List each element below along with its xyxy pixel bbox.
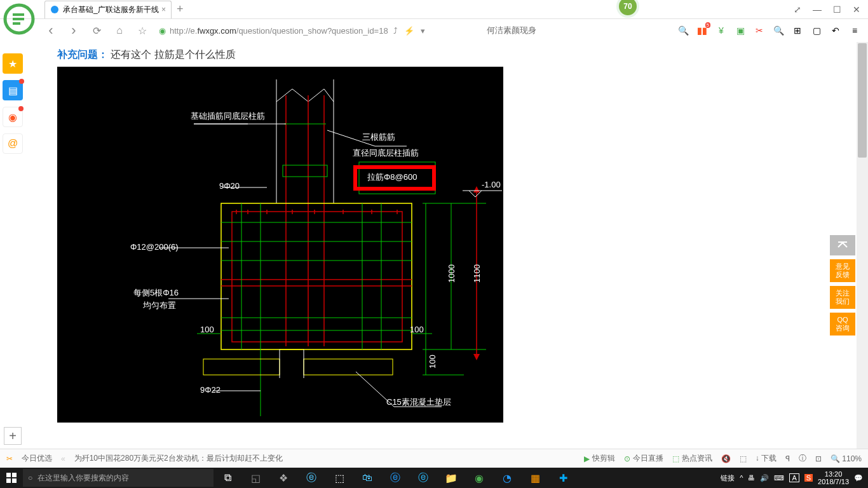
search-suggestion[interactable]: 何洁素颜现身	[487, 25, 536, 36]
svg-rect-36	[304, 359, 393, 375]
cad-label-3: 直径同底层柱插筋	[353, 148, 419, 158]
back-button[interactable]: ‹	[44, 24, 57, 37]
reload-button[interactable]: ⟳	[90, 24, 103, 37]
scrollbar-thumb[interactable]	[858, 43, 867, 158]
mute-icon[interactable]: 🔇	[721, 454, 731, 463]
window-minimize-icon[interactable]: —	[813, 4, 822, 15]
highlight-box	[353, 165, 436, 191]
tray-chevron-icon[interactable]: ^	[740, 474, 743, 482]
tray-date: 2018/7/13	[818, 478, 849, 485]
clip-icon[interactable]: ✂	[6, 454, 13, 463]
explorer-icon[interactable]: 📁	[437, 468, 465, 488]
taskbar-search[interactable]: ○ 在这里输入你要搜索的内容	[23, 469, 214, 487]
cad-label-5: 9Φ20	[219, 181, 240, 191]
cad-dim-1000: 1000	[447, 264, 456, 283]
tray-time: 13:20	[818, 470, 849, 478]
window-close-icon[interactable]: ✕	[853, 4, 860, 15]
window-pin-icon[interactable]: ⤢	[794, 4, 801, 15]
tray-ime-a-icon[interactable]: A	[789, 473, 799, 482]
svg-rect-57	[12, 473, 17, 477]
app11-icon[interactable]: ✚	[549, 468, 577, 488]
app4-icon[interactable]: ⬚	[325, 468, 353, 488]
news-icon[interactable]: ▤	[3, 80, 23, 100]
pip-icon[interactable]: ꟼ	[785, 454, 790, 463]
zoom-level[interactable]: 🔍 110%	[831, 454, 862, 463]
follow-button[interactable]: 关注 我们	[830, 286, 855, 309]
scroll-top-button[interactable]	[830, 235, 855, 255]
window-icon[interactable]: ⊡	[815, 454, 822, 463]
favorite-button[interactable]: ☆	[136, 24, 149, 37]
new-tab-button[interactable]: +	[177, 3, 184, 16]
window-controls: ⤢ — ☐ ✕	[794, 4, 868, 15]
live-link[interactable]: ⊙今日直播	[624, 453, 663, 464]
tab-close-icon[interactable]: ×	[161, 5, 166, 14]
hotnews-link[interactable]: ⬚热点资讯	[672, 453, 712, 464]
fav-icon[interactable]: ⬚	[740, 454, 747, 463]
edge2-icon[interactable]: ⓔ	[381, 468, 409, 488]
tray-ime-s-icon[interactable]: S	[804, 474, 813, 482]
weibo-icon[interactable]: ◉	[3, 107, 23, 127]
dropdown-icon[interactable]: ▾	[421, 26, 425, 36]
edge-icon[interactable]: ⓔ	[297, 468, 325, 488]
tray-volume-icon[interactable]: 🔊	[760, 474, 769, 482]
search-icon[interactable]: 🔍	[677, 25, 689, 36]
tray-printer-icon[interactable]: 🖶	[748, 474, 755, 482]
taskbar: ○ 在这里输入你要搜索的内容 ⧉ ◱ ❖ ⓔ ⬚ 🛍 ⓔ ⓔ 📁 ◉ ◔ ▦ ✚…	[0, 468, 868, 488]
home-button[interactable]: ⌂	[113, 24, 126, 37]
url-input[interactable]: ◉ http://e.fwxgx.com/question/question_s…	[159, 26, 451, 36]
app10-icon[interactable]: ▦	[521, 468, 549, 488]
cad-label-2: 三根筋筋	[362, 132, 395, 142]
ext3-icon[interactable]: ▣	[735, 25, 746, 36]
360-icon[interactable]: ◉	[465, 468, 493, 488]
tab-title: 承台基础_广联达服务新干线	[63, 4, 159, 15]
app2-icon[interactable]: ❖	[269, 468, 297, 488]
app9-icon[interactable]: ◔	[493, 468, 521, 488]
today-picks[interactable]: 今日优选	[22, 453, 52, 464]
left-sidebar: ★ ▤ ◉ @	[0, 52, 25, 155]
ext7-icon[interactable]: ▢	[811, 25, 822, 36]
cad-label-11: 9Φ22	[200, 385, 220, 395]
browser-logo[interactable]	[0, 0, 38, 38]
ext5-icon[interactable]: 🔍	[773, 25, 784, 36]
download-link[interactable]: ↓ 下载	[756, 453, 776, 464]
news-ticker[interactable]: 为歼10中国花280万美元买2台发动机：最后计划却赶不上变化	[74, 453, 283, 464]
taskview-icon[interactable]: ⧉	[214, 468, 241, 488]
tray-notifications-icon[interactable]: 💬	[854, 474, 863, 482]
store-icon[interactable]: 🛍	[353, 468, 381, 488]
cad-elev: -1.00	[482, 180, 501, 189]
app1-icon[interactable]: ◱	[241, 468, 269, 488]
window-maximize-icon[interactable]: ☐	[833, 4, 841, 15]
ext1-icon[interactable]: ▮▮5	[696, 25, 708, 36]
add-panel-button[interactable]: +	[4, 427, 22, 445]
ext4-icon[interactable]: ✂	[754, 25, 765, 36]
email-icon[interactable]: @	[3, 133, 23, 154]
tray-keyboard-icon[interactable]: ⌨	[774, 474, 784, 482]
vertical-scrollbar[interactable]	[857, 42, 868, 449]
ext8-icon[interactable]: ↶	[830, 25, 841, 36]
cad-label-6: Φ12@200(6)	[130, 242, 179, 252]
flash-icon[interactable]: ⚡	[404, 26, 414, 36]
page-content: 补充问题： 还有这个 拉筋是个什么性质	[25, 42, 857, 449]
tray-link-text[interactable]: 链接	[721, 473, 735, 483]
info-icon[interactable]: ⓘ	[799, 453, 806, 464]
forward-button[interactable]: ›	[67, 24, 80, 37]
tray-clock[interactable]: 13:20 2018/7/13	[818, 470, 849, 485]
url-domain: fwxgx.com	[197, 26, 236, 36]
feedback-button[interactable]: 意见 反馈	[830, 259, 855, 282]
qq-button[interactable]: QQ 咨询	[830, 313, 855, 336]
question-header: 补充问题： 还有这个 拉筋是个什么性质	[57, 48, 825, 62]
ext2-icon[interactable]: ¥	[715, 25, 727, 36]
ext6-icon[interactable]: ⊞	[792, 25, 803, 36]
svg-rect-59	[12, 478, 17, 483]
menu-icon[interactable]: ≡	[849, 25, 860, 36]
start-button[interactable]	[0, 468, 23, 488]
score-badge[interactable]: 70	[616, 0, 639, 18]
favorites-icon[interactable]: ★	[3, 53, 23, 74]
cad-label-7: 每侧5根Φ16	[133, 288, 179, 297]
svg-rect-14	[221, 203, 412, 349]
browser-tab[interactable]: 承台基础_广联达服务新干线 ×	[44, 1, 172, 18]
share-icon[interactable]: ⤴	[393, 26, 398, 36]
quickedit-link[interactable]: ▶快剪辑	[584, 453, 615, 464]
toolbar-icons: 🔍 ▮▮5 ¥ ▣ ✂ 🔍 ⊞ ▢ ↶ ≡	[677, 25, 868, 36]
ie-icon[interactable]: ⓔ	[409, 468, 437, 488]
